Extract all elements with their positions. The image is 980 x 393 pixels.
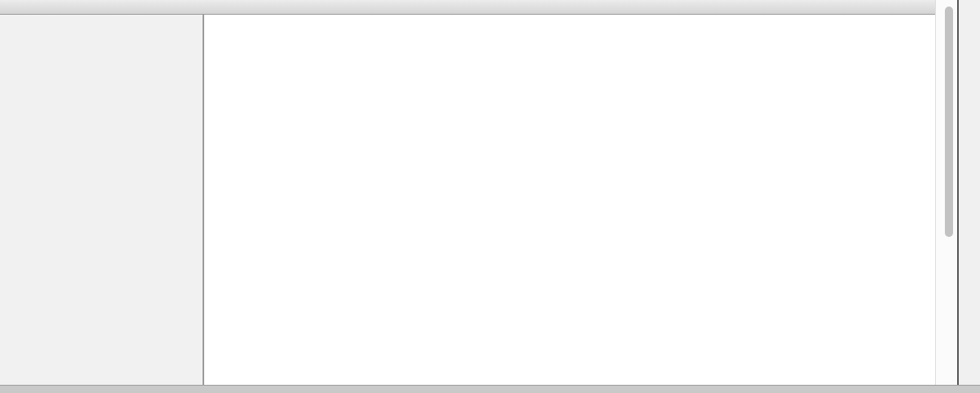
horizontal-scrollbar[interactable]	[0, 385, 980, 393]
vertical-scrollbar-track[interactable]	[935, 0, 957, 385]
right-tab-sidebar	[957, 0, 980, 393]
track-labels-panel	[0, 15, 204, 385]
process-header[interactable]	[0, 0, 935, 15]
tracks-panel	[206, 15, 935, 385]
trace-viewer-window	[0, 0, 980, 393]
vertical-scrollbar-thumb[interactable]	[945, 7, 953, 237]
